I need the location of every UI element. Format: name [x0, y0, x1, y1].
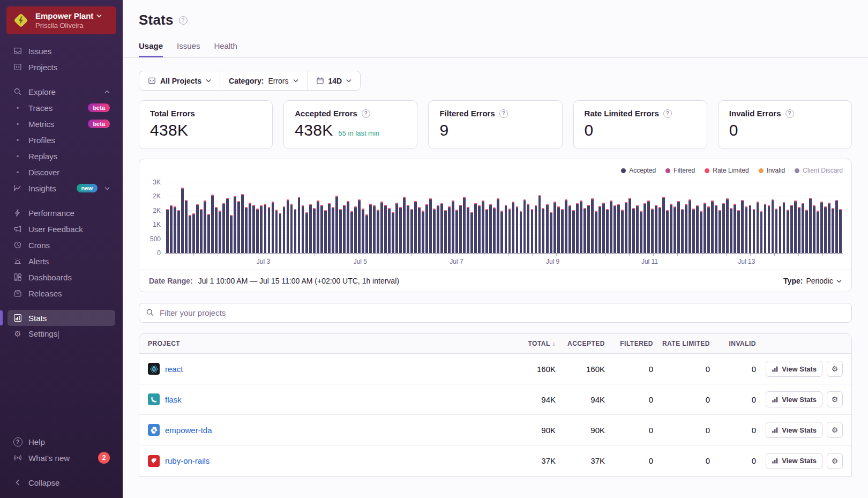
sidebar-item-releases[interactable]: Releases: [8, 285, 115, 301]
project-link[interactable]: ruby-on-rails: [165, 456, 209, 465]
chart-bar: [824, 206, 827, 253]
sidebar-collapse-button[interactable]: Collapse: [8, 474, 115, 490]
chart-bar: [628, 198, 631, 253]
chart-bar: [790, 205, 793, 253]
project-settings-gear-button[interactable]: ⚙: [827, 361, 843, 377]
sidebar-item-traces[interactable]: • Traces beta: [8, 100, 115, 116]
project-link[interactable]: flask: [165, 395, 182, 404]
stat-card-filtered-errors: Filtered Errors? 9: [428, 100, 562, 149]
col-header-filtered[interactable]: FILTERED: [605, 340, 653, 347]
flask-platform-icon: [148, 393, 160, 405]
sidebar-item-crons[interactable]: Crons: [8, 237, 115, 253]
help-icon[interactable]: ?: [362, 109, 370, 118]
chart-bar: [512, 202, 515, 253]
legend-dot: [759, 168, 764, 173]
sidebar-item-performance[interactable]: Performance: [8, 205, 115, 221]
help-icon[interactable]: ?: [499, 109, 508, 118]
help-icon[interactable]: ?: [663, 109, 672, 118]
y-axis-tick-label: 1K: [141, 221, 161, 228]
chart-bar: [166, 209, 169, 253]
chart-bar: [418, 207, 421, 253]
view-stats-button[interactable]: View Stats: [766, 391, 822, 407]
chart-bar: [177, 210, 180, 253]
sidebar-item-user-feedback[interactable]: User Feedback: [8, 221, 115, 237]
legend-item-invalid[interactable]: Invalid: [759, 167, 785, 174]
x-axis-tick: [581, 254, 581, 256]
table-header-row: PROJECT TOTAL ↓ ACCEPTED FILTERED RATE L…: [139, 334, 851, 354]
org-name: Empower Plant: [35, 11, 93, 20]
chart-bar: [602, 203, 605, 253]
category-filter-dropdown[interactable]: Category: Errors: [220, 71, 306, 90]
sidebar-item-discover[interactable]: • Discover: [8, 164, 115, 180]
type-dropdown[interactable]: Type: Periodic: [783, 277, 842, 285]
chart-bar: [241, 194, 244, 253]
legend-item-rate-limited[interactable]: Rate Limited: [705, 167, 749, 174]
calendar-icon: [316, 77, 324, 85]
tab-usage[interactable]: Usage: [139, 41, 163, 57]
view-stats-button[interactable]: View Stats: [766, 361, 822, 377]
col-header-total[interactable]: TOTAL ↓: [504, 340, 556, 347]
sidebar-item-stats[interactable]: Stats: [8, 310, 115, 326]
chart-bar: [741, 200, 744, 253]
invalid-value: 0: [710, 365, 756, 374]
sidebar-item-alerts[interactable]: Alerts: [8, 253, 115, 269]
sidebar-item-profiles[interactable]: • Profiles: [8, 132, 115, 148]
sidebar-item-whats-new[interactable]: What's new 2: [8, 450, 115, 466]
chart-bar: [264, 204, 267, 253]
ruby-platform-icon: [148, 455, 160, 467]
chart-bar: [722, 203, 725, 253]
x-axis-tick: [556, 254, 557, 256]
x-axis-tick: [266, 254, 266, 256]
project-filter-dropdown[interactable]: All Projects: [139, 71, 220, 90]
x-axis-tick: [653, 254, 654, 256]
project-link[interactable]: react: [165, 365, 183, 374]
x-axis-tick: [339, 254, 339, 256]
view-stats-button[interactable]: View Stats: [766, 422, 822, 438]
chart-bar: [433, 209, 436, 253]
legend-item-client-discard[interactable]: Client Discard: [795, 167, 843, 174]
sidebar-item-issues[interactable]: Issues: [8, 43, 115, 59]
org-user: Priscila Oliveira: [35, 21, 102, 29]
chart-bar: [625, 202, 627, 253]
page-help-icon[interactable]: ?: [179, 16, 188, 25]
sidebar-item-replays[interactable]: • Replays: [8, 148, 115, 164]
sidebar-item-projects[interactable]: Projects: [8, 59, 115, 75]
chart-bar: [207, 214, 210, 253]
chart-bar: [802, 203, 804, 253]
tab-issues[interactable]: Issues: [177, 41, 200, 57]
table-row-ruby-on-rails: ruby-on-rails37K37K000View Stats⚙: [139, 445, 851, 476]
chart-bar: [373, 205, 376, 253]
project-settings-gear-button[interactable]: ⚙: [827, 453, 843, 469]
sidebar-item-insights[interactable]: Insights new: [8, 180, 115, 196]
chart-bar: [794, 200, 797, 253]
org-switcher[interactable]: Empower Plant Priscila Oliveira: [6, 6, 116, 34]
chart-bar: [591, 198, 594, 253]
col-header-accepted[interactable]: ACCEPTED: [556, 340, 605, 347]
chart-bar: [583, 208, 586, 253]
tab-health[interactable]: Health: [214, 41, 237, 57]
project-settings-gear-button[interactable]: ⚙: [827, 422, 843, 438]
table-row-empower-tda: empower-tda90K90K000View Stats⚙: [139, 415, 851, 445]
legend-item-accepted[interactable]: Accepted: [621, 167, 656, 174]
sidebar-item-settings[interactable]: ⚙ Settings: [8, 326, 115, 342]
chart-bar: [779, 206, 782, 253]
sidebar-item-explore[interactable]: Explore: [8, 84, 115, 100]
chart-bar: [757, 202, 759, 253]
chart-bar: [252, 205, 255, 253]
sidebar-item-help[interactable]: ? Help: [8, 434, 115, 450]
legend-item-filtered[interactable]: Filtered: [665, 167, 695, 174]
chart-bar: [170, 205, 173, 253]
view-stats-button[interactable]: View Stats: [766, 453, 822, 469]
help-icon[interactable]: ?: [785, 109, 794, 118]
sidebar-item-dashboards[interactable]: Dashboards: [8, 269, 115, 285]
col-header-invalid[interactable]: INVALID: [710, 340, 756, 347]
chart-bar: [414, 201, 417, 253]
sidebar-item-metrics[interactable]: • Metrics beta: [8, 116, 115, 132]
chart-bar: [230, 215, 233, 253]
search-input[interactable]: [139, 303, 852, 323]
project-settings-gear-button[interactable]: ⚙: [827, 391, 843, 407]
chart-bar: [527, 204, 530, 253]
col-header-rate-limited[interactable]: RATE LIMITED: [653, 340, 710, 347]
project-link[interactable]: empower-tda: [165, 426, 212, 435]
date-range-dropdown[interactable]: 14D: [307, 71, 361, 90]
